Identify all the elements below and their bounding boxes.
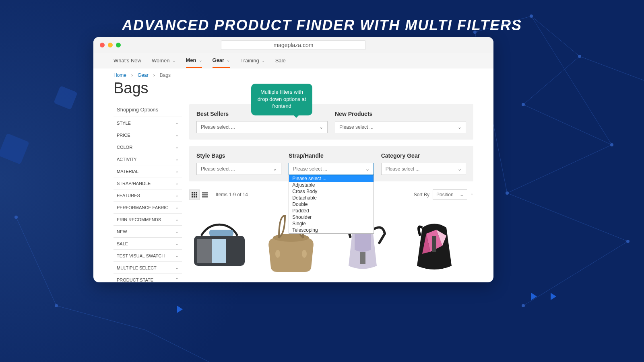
dropdown-option[interactable]: Detachable [289, 195, 373, 201]
dropdown-option[interactable]: Cross Body [289, 188, 373, 195]
chevron-down-icon: ⌄ [175, 229, 179, 234]
browser-titlebar: mageplaza.com [93, 37, 493, 53]
sidebar-filter-label: PERFORMANCE FABRIC [117, 205, 168, 210]
sidebar-filter-label: COLOR [117, 145, 132, 150]
nav-men[interactable]: Men⌄ [186, 53, 202, 68]
product-item[interactable] [189, 214, 250, 274]
product-item[interactable] [404, 214, 464, 274]
svg-rect-33 [432, 236, 436, 252]
svg-point-28 [302, 250, 307, 258]
chevron-down-icon: ⌄ [458, 166, 462, 172]
svg-rect-15 [196, 194, 197, 195]
sidebar-filter-label: STYLE [117, 121, 131, 125]
sidebar-filter-row[interactable]: STYLE⌄ [114, 117, 182, 129]
svg-point-2 [578, 55, 581, 58]
nav-sale[interactable]: Sale [275, 53, 286, 68]
sidebar-filter-label: ERIN RECOMMENDS [117, 217, 161, 222]
grid-view-button[interactable] [189, 189, 200, 200]
chevron-down-icon: ⌄ [175, 144, 179, 150]
nav-whats-new[interactable]: What's New [114, 53, 141, 68]
dropdown-option[interactable]: Padded [289, 208, 373, 214]
callout-tooltip: Multiple filters with drop down options … [251, 84, 312, 115]
svg-rect-20 [202, 194, 208, 195]
sort-select[interactable]: Position ⌄ [433, 189, 467, 200]
chevron-down-icon: ⌄ [319, 124, 323, 130]
sidebar-filter-row[interactable]: FEATURES⌄ [114, 189, 182, 201]
dropdown-option[interactable]: Telescoping [289, 227, 373, 233]
chevron-down-icon: ⌄ [199, 58, 202, 62]
chevron-down-icon: ⌄ [175, 132, 179, 138]
svg-point-3 [522, 103, 525, 106]
banner-title: ADVANCED PRODUCT FINDER WITH MULTI FILTE… [0, 0, 644, 34]
sidebar-filter-row[interactable]: PERFORMANCE FABRIC⌄ [114, 201, 182, 213]
minimize-window-icon[interactable] [108, 43, 113, 47]
crumb-home[interactable]: Home [114, 72, 126, 78]
sidebar-filter-label: PRICE [117, 133, 130, 138]
main-nav: What's New Women⌄ Men⌄ Gear⌄ Training⌄ S… [93, 53, 493, 68]
svg-rect-24 [212, 239, 226, 263]
nav-gear[interactable]: Gear⌄ [213, 53, 230, 68]
sidebar-filter-row[interactable]: SALE⌄ [114, 237, 182, 249]
select-strap-handle[interactable]: Please select ... ⌄ Please select ...Adj… [289, 163, 374, 175]
dropdown-strap-handle: Please select ...AdjustableCross BodyDet… [289, 175, 374, 234]
select-category-gear[interactable]: Please select ... ⌄ [381, 163, 466, 175]
svg-point-27 [275, 250, 280, 258]
svg-rect-18 [196, 196, 197, 197]
crumb-gear[interactable]: Gear [138, 72, 149, 78]
list-view-button[interactable] [200, 189, 210, 200]
sidebar-filter-label: STRAP/HANDLE [117, 181, 151, 186]
chevron-down-icon: ⌄ [175, 265, 179, 270]
sidebar: Shopping Options STYLE⌄PRICE⌄COLOR⌄ACTIV… [114, 104, 182, 282]
sidebar-filter-row[interactable]: NEW⌄ [114, 225, 182, 237]
sidebar-filter-row[interactable]: PRICE⌄ [114, 129, 182, 141]
dropdown-option[interactable]: Double [289, 201, 373, 208]
sidebar-filter-label: PRODUCT STATE [117, 278, 153, 282]
sidebar-filter-row[interactable]: ACTIVITY⌄ [114, 153, 182, 165]
sidebar-filter-label: SALE [117, 241, 128, 246]
chevron-down-icon: ⌄ [175, 217, 179, 222]
chevron-down-icon: ⌄ [458, 124, 462, 130]
nav-training[interactable]: Training⌄ [240, 53, 264, 68]
svg-rect-19 [202, 192, 208, 193]
crumb-current: Bags [160, 72, 171, 78]
sidebar-filter-row[interactable]: COLOR⌄ [114, 141, 182, 153]
sidebar-filter-row[interactable]: ERIN RECOMMENDS⌄ [114, 213, 182, 225]
filter-label-strap-handle: Strap/Handle [289, 152, 374, 159]
dropdown-option[interactable]: Shoulder [289, 214, 373, 220]
sidebar-filter-row[interactable]: STRAP/HANDLE⌄ [114, 177, 182, 189]
chevron-right-icon: › [153, 72, 155, 78]
nav-women[interactable]: Women⌄ [152, 53, 175, 68]
maximize-window-icon[interactable] [116, 43, 121, 47]
main-content: Best Sellers Please select ... ⌄ New Pro… [189, 104, 473, 282]
address-bar[interactable]: mageplaza.com [221, 40, 366, 50]
chevron-down-icon: ⌄ [175, 156, 179, 162]
svg-rect-14 [194, 194, 195, 195]
svg-rect-21 [202, 196, 208, 197]
svg-point-5 [506, 191, 509, 195]
svg-point-8 [14, 216, 18, 219]
chevron-down-icon: ⌄ [227, 58, 230, 62]
chevron-down-icon: ⌄ [273, 166, 277, 172]
sidebar-filter-row[interactable]: MATERIAL⌄ [114, 165, 182, 177]
sidebar-filter-row[interactable]: MULTIPLE SELECT⌄ [114, 261, 182, 274]
select-new-products[interactable]: Please select ... ⌄ [335, 121, 466, 133]
svg-rect-29 [360, 252, 365, 264]
browser-window: mageplaza.com What's New Women⌄ Men⌄ Gea… [93, 37, 493, 282]
close-window-icon[interactable] [100, 43, 105, 47]
play-icon [531, 293, 537, 300]
filter-panel-top: Best Sellers Please select ... ⌄ New Pro… [189, 104, 473, 140]
select-style-bags[interactable]: Please select ... ⌄ [196, 163, 281, 175]
grid-icon [192, 192, 197, 197]
select-best-sellers[interactable]: Please select ... ⌄ [196, 121, 328, 133]
sidebar-filter-label: ACTIVITY [117, 157, 137, 162]
chevron-down-icon: ⌄ [175, 120, 179, 125]
sidebar-filter-row[interactable]: TEST VISUAL SWATCH⌄ [114, 249, 182, 261]
sort-direction-button[interactable]: ↑ [471, 191, 473, 198]
sidebar-filter-label: FEATURES [117, 193, 140, 198]
dropdown-option[interactable]: Please select ... [289, 175, 373, 182]
dropdown-option[interactable]: Adjustable [289, 182, 373, 188]
chevron-down-icon: ⌄ [262, 58, 265, 63]
dropdown-option[interactable]: Single [289, 220, 373, 227]
sidebar-filter-row[interactable]: PRODUCT STATE⌃ [114, 274, 182, 282]
chevron-right-icon: › [131, 72, 133, 78]
